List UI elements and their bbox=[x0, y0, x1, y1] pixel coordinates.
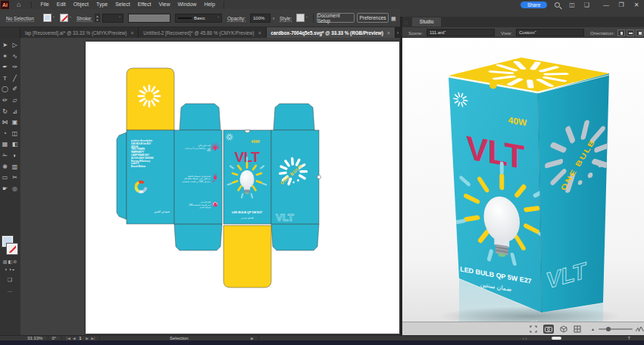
minimize-button[interactable]: — bbox=[599, 2, 614, 8]
bottom-flap-teal-right[interactable] bbox=[271, 224, 319, 250]
pen-tool[interactable]: ✒ bbox=[0, 62, 10, 73]
color-gradient-none-buttons[interactable]: ▨◧⊘ bbox=[0, 259, 20, 264]
menu-file[interactable]: File bbox=[36, 0, 52, 9]
search-icon[interactable] bbox=[555, 2, 560, 8]
shaper-tool[interactable]: ✏ bbox=[0, 95, 10, 107]
lasso-tool[interactable]: ∿ bbox=[10, 51, 20, 63]
menu-window[interactable]: Window bbox=[174, 0, 201, 9]
stroke-weight-stepper[interactable]: ▲▼ bbox=[95, 14, 100, 22]
top-flap-teal-left[interactable] bbox=[180, 104, 220, 130]
style-label[interactable]: Style: bbox=[280, 16, 292, 22]
stroke-color-indicator[interactable] bbox=[7, 244, 17, 254]
shape-builder-tool[interactable]: ◔ bbox=[0, 129, 10, 140]
ellipse-tool[interactable]: ◯ bbox=[0, 84, 10, 95]
zoom-out-icon[interactable]: ▴ bbox=[592, 326, 594, 331]
mesh-tool[interactable]: ▦ bbox=[0, 139, 10, 151]
document-setup-button[interactable]: Document Setup bbox=[317, 13, 355, 23]
preferences-button[interactable]: Preferences bbox=[357, 13, 389, 23]
workspace-switcher-icon[interactable]: ❏ bbox=[584, 2, 589, 8]
width-tool[interactable]: ⋈ bbox=[0, 117, 10, 129]
arrange-documents-icon[interactable]: ◫ bbox=[569, 2, 575, 8]
stroke-weight-label[interactable]: Stroke: bbox=[77, 16, 92, 22]
stroke-color-swatch[interactable] bbox=[60, 14, 68, 22]
close-icon[interactable]: × bbox=[387, 30, 390, 36]
canvas[interactable]: product description LED BULB 5w E27 450L… bbox=[20, 38, 399, 335]
panel-description[interactable]: product description LED BULB 5w E27 450L… bbox=[127, 130, 174, 224]
bottom-flap-yellow[interactable] bbox=[224, 225, 271, 288]
style-swatch[interactable] bbox=[296, 14, 305, 22]
top-flap-yellow[interactable] bbox=[127, 68, 174, 130]
hand-tool[interactable]: ☛ bbox=[0, 184, 10, 195]
opacity-label[interactable]: Opacity: bbox=[227, 16, 245, 22]
eraser-tool[interactable]: ▱ bbox=[10, 95, 20, 107]
magic-wand-tool[interactable]: ✶ bbox=[0, 51, 10, 63]
panel-side[interactable]: ONE BULB VLT bbox=[271, 130, 321, 224]
app-logo-icon[interactable]: Ai bbox=[1, 1, 9, 9]
direct-selection-tool[interactable]: ▷ bbox=[10, 40, 20, 51]
curvature-tool[interactable]: ✑ bbox=[10, 62, 20, 73]
paintbrush-tool[interactable]: ✐ bbox=[10, 84, 20, 95]
rotate-tool[interactable]: ↻ bbox=[0, 107, 10, 118]
chevron-down-icon[interactable]: ˇ bbox=[70, 16, 71, 20]
fill-color-swatch[interactable] bbox=[43, 14, 52, 22]
align-options-icon[interactable]: ▦ bbox=[391, 16, 396, 22]
zoom-slider-knob[interactable] bbox=[606, 327, 611, 331]
panel-front[interactable]: 40W VLT LED BULB QP 5W E27 ضمان سنتين bbox=[224, 130, 271, 224]
menu-object[interactable]: Object bbox=[70, 0, 92, 9]
glue-flap[interactable] bbox=[117, 132, 127, 219]
selection-tool[interactable]: ➤ bbox=[0, 40, 10, 51]
zoom-slider[interactable] bbox=[599, 328, 633, 330]
more-tools-button[interactable]: … bbox=[0, 288, 20, 293]
panel-grip-icon[interactable]: ∷ bbox=[405, 20, 408, 25]
view-select[interactable]: Customˇ bbox=[516, 29, 584, 36]
model-view-icon[interactable] bbox=[560, 325, 567, 333]
dieline-artwork[interactable]: product description LED BULB 5w E27 450L… bbox=[106, 64, 326, 291]
zoom-tool[interactable]: ◎ bbox=[10, 184, 20, 195]
chevron-down-icon[interactable]: ˇ bbox=[53, 16, 55, 20]
orientation-square-button[interactable] bbox=[636, 30, 643, 36]
free-transform-tool[interactable]: ▣ bbox=[10, 117, 20, 129]
artboard-tool[interactable]: ▭ bbox=[0, 172, 10, 184]
perspective-grid-tool[interactable]: ◫ bbox=[10, 129, 20, 140]
tab-untitled-2[interactable]: Untitled-2 [Recovered]* @ 45.86 % (CMYK/… bbox=[139, 27, 266, 38]
menu-view[interactable]: View bbox=[155, 0, 174, 9]
orientation-portrait-button[interactable] bbox=[617, 30, 625, 36]
menu-type[interactable]: Type bbox=[92, 0, 111, 9]
share-button[interactable]: Share bbox=[521, 2, 547, 8]
slice-tool[interactable]: ✂ bbox=[10, 172, 20, 184]
chevron-down-icon[interactable]: ˇ bbox=[306, 16, 308, 20]
column-graph-tool[interactable]: ▥ bbox=[10, 162, 20, 173]
type-tool[interactable]: T bbox=[0, 73, 10, 85]
blend-tool[interactable]: ◗ bbox=[10, 151, 20, 162]
line-segment-tool[interactable]: ╱ bbox=[10, 73, 20, 85]
grid-toggle-icon[interactable] bbox=[574, 325, 581, 333]
bottom-flap-teal-left[interactable] bbox=[174, 224, 222, 250]
opacity-combo[interactable]: 100% bbox=[250, 14, 270, 23]
orientation-landscape-button[interactable] bbox=[627, 30, 634, 36]
fit-view-icon[interactable] bbox=[530, 325, 537, 333]
draw-mode-buttons[interactable]: ◐◑◒ bbox=[0, 267, 20, 272]
scale-tool[interactable]: ⊿ bbox=[10, 107, 20, 118]
top-flap-teal-right[interactable] bbox=[274, 104, 314, 130]
zoom-in-icon[interactable] bbox=[636, 325, 644, 332]
opacity-flyout-icon[interactable]: › bbox=[273, 16, 274, 21]
variable-width-profile-combo[interactable]: ˇ bbox=[128, 14, 170, 23]
menu-edit[interactable]: Edit bbox=[53, 0, 70, 9]
restore-button[interactable]: ❐ bbox=[614, 2, 629, 8]
menu-effect[interactable]: Effect bbox=[134, 0, 155, 9]
brush-definition-combo[interactable]: Basic ˇ bbox=[175, 14, 222, 23]
screen-mode-button[interactable]: ❏ bbox=[0, 277, 20, 283]
eyedropper-tool[interactable]: ✁ bbox=[0, 151, 10, 162]
rendered-box[interactable]: 40W VLT LED BULB QP 5W E27 ضمان سنتين bbox=[449, 58, 610, 312]
stroke-weight-combo[interactable]: ˇ bbox=[102, 14, 123, 23]
render-camera-button[interactable] bbox=[543, 325, 554, 334]
menu-select[interactable]: Select bbox=[111, 0, 133, 9]
menu-help[interactable]: Help bbox=[200, 0, 218, 9]
symbol-sprayer-tool[interactable]: ❋ bbox=[0, 162, 10, 173]
tab-cardbox-svg[interactable]: cardbox-7004q5e5.svg* @ 33.33 % (RGB/Pre… bbox=[267, 27, 395, 38]
panel-features[interactable]: إنارة بلون دافئ أضف جواً هادئاً ومريحاً … bbox=[174, 130, 222, 224]
gradient-tool[interactable]: ◧ bbox=[10, 139, 20, 151]
close-icon[interactable]: × bbox=[130, 30, 133, 36]
home-icon[interactable]: ⌂ bbox=[17, 1, 20, 8]
close-icon[interactable]: × bbox=[258, 30, 261, 36]
